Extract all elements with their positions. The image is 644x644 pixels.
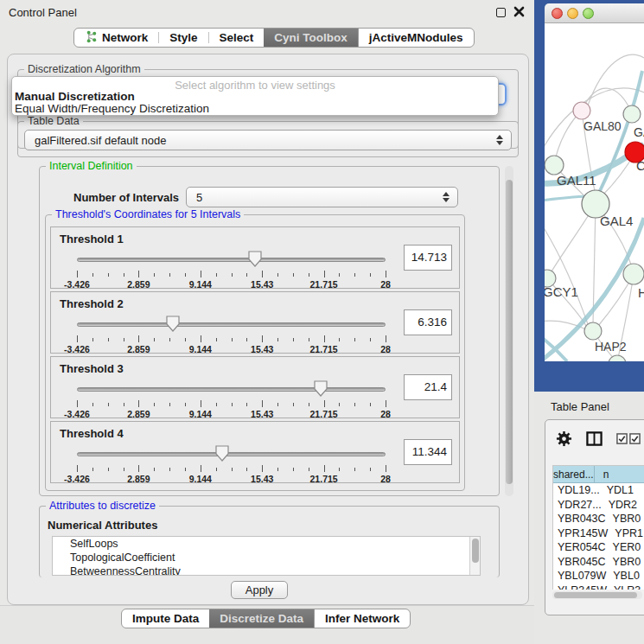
table-row[interactable]: YBR043CYBR0 [553,512,644,526]
attribute-item[interactable]: TopologicalCoefficient [53,551,480,564]
table-cell[interactable]: YLR3 [607,583,644,590]
slider-thumb[interactable] [215,445,229,462]
threshold-4-slider[interactable]: -3.4262.8599.14415.4321.71528 [77,443,386,482]
table-cell[interactable]: YER0 [606,540,644,555]
attributes-label: Attributes to discretize [46,500,159,512]
number-of-intervals-value: 5 [196,191,202,204]
network-window: GAL80GAGAL11CGAL4GCY1HHAP2 [534,0,644,392]
scrollbar-thumb[interactable] [554,592,637,598]
column-header-name[interactable]: n [595,466,644,483]
slider-track[interactable] [77,452,386,456]
table-cell[interactable]: YBR0 [606,555,644,570]
slider-thumb[interactable] [166,316,180,332]
table-cell[interactable]: YBL079W [553,569,606,583]
threshold-2-slider[interactable]: -3.4262.8599.14415.4321.71528 [77,313,386,353]
threshold-3-label: Threshold 3 [60,362,124,375]
slider-track[interactable] [77,322,386,327]
network-node[interactable] [623,105,641,123]
table-cell[interactable]: YBR045C [553,555,606,570]
network-node[interactable] [573,102,590,119]
apply-button[interactable]: Apply [231,581,288,599]
slider-thumb[interactable] [314,380,328,397]
float-window-icon[interactable] [496,8,506,17]
table-horizontal-scrollbar[interactable] [552,591,642,599]
scrollbar-thumb[interactable] [472,539,479,563]
close-traffic-light-icon[interactable] [552,8,563,19]
table-cell[interactable]: YBR0 [606,512,644,526]
table-cell[interactable]: YDR27... [553,498,602,513]
network-window-titlebar[interactable] [545,3,644,23]
table-row[interactable]: YLR345WYLR3 [553,583,644,590]
close-icon[interactable] [513,5,526,18]
threshold-1-slider[interactable]: -3.4262.8599.14415.4321.71528 [77,248,386,288]
dropdown-option-manual-discretization[interactable]: Manual Discretization [15,90,135,103]
gear-icon[interactable] [556,430,572,450]
attribute-item[interactable]: BetweennessCentrality [53,564,480,576]
network-node[interactable] [545,156,564,175]
network-node-label: H [638,285,644,300]
network-canvas[interactable]: GAL80GAGAL11CGAL4GCY1HHAP2 [545,23,644,361]
table-panel-title: Table Panel [551,400,609,413]
network-node[interactable] [584,322,602,340]
slider-thumb[interactable] [248,251,262,267]
tab-network[interactable]: Network [74,29,158,47]
table-cell[interactable]: YBR043C [553,512,606,526]
threshold-1-label: Threshold 1 [60,233,124,245]
algorithm-dropdown-popup: Select algorithm to view settings Manual… [11,76,499,116]
table-cell[interactable]: YER054C [553,540,606,555]
zoom-traffic-light-icon[interactable] [583,8,594,19]
network-node[interactable] [623,264,644,284]
checkbox-icon[interactable] [629,433,641,447]
threshold-2-label: Threshold 2 [60,297,124,310]
tab-style[interactable]: Style [159,29,207,47]
table-cell[interactable]: YPR1 [608,526,644,541]
table-row[interactable]: YDL19...YDL1 [553,483,644,498]
number-of-intervals-combobox[interactable]: 5 [186,187,458,207]
stepper-arrows-icon [496,135,503,145]
table-cell[interactable]: YLR345W [553,583,607,590]
threshold-3-value-field[interactable]: 21.4 [404,374,452,400]
table-cell[interactable]: YDL1 [600,483,644,498]
split-columns-icon[interactable] [586,430,603,450]
slider-track[interactable] [77,387,386,392]
column-header-shared-name[interactable]: shared... [553,466,595,483]
tab-select[interactable]: Select [209,29,265,47]
slider-track[interactable] [77,258,386,262]
checkbox-icon[interactable] [616,433,628,447]
table-row[interactable]: YPR145WYPR1 [553,526,644,541]
table-cell[interactable]: YDR2 [602,498,644,513]
table-row[interactable]: YER054CYER0 [553,540,644,555]
network-node-label: GA [634,125,644,139]
network-node-label: GAL80 [583,119,622,133]
threshold-3-slider[interactable]: -3.4262.8599.14415.4321.71528 [77,378,386,418]
discretization-algorithm-label: Discretization Algorithm [24,63,144,75]
interval-scrollbar[interactable] [505,166,513,496]
interval-definition-label: Interval Definition [46,160,137,172]
tab-discretize-data[interactable]: Discretize Data [209,609,314,628]
tab-jactivemnodules[interactable]: jActiveMNodules [358,29,474,47]
table-row[interactable]: YDR27...YDR2 [553,498,644,513]
table-data-value: galFiltered.sif default node [35,134,166,147]
node-table[interactable]: shared... n YDL19...YDL1YDR27...YDR2YBR0… [552,465,644,590]
numerical-attributes-list[interactable]: SelfLoopsTopologicalCoefficientBetweenne… [52,536,481,576]
attribute-item[interactable]: SelfLoops [53,537,480,551]
threshold-2-value-field[interactable]: 6.316 [404,309,452,335]
tab-impute-data[interactable]: Impute Data [122,609,209,628]
threshold-1-value-field[interactable]: 14.713 [404,245,452,271]
tab-infer-network[interactable]: Infer Network [314,609,410,628]
scrollbar-thumb[interactable] [506,180,513,484]
table-cell[interactable]: YPR145W [553,526,608,541]
table-data-combobox[interactable]: galFiltered.sif default node [24,130,512,150]
table-panel-box: shared... n YDL19...YDL1YDR27...YDR2YBR0… [545,419,644,615]
table-cell[interactable]: YBL0 [606,569,644,583]
threshold-4-value-field[interactable]: 11.344 [404,439,452,465]
minimize-traffic-light-icon[interactable] [567,8,578,19]
thresholds-coordinates-label: Threshold's Coordinates for 5 Intervals [52,208,244,220]
table-cell[interactable]: YDL19... [553,483,600,498]
table-row[interactable]: YBL079WYBL0 [553,569,644,583]
slider-tick-labels: -3.4262.8599.14415.4321.71528 [77,409,386,419]
table-row[interactable]: YBR045CYBR0 [553,555,644,570]
attributes-scrollbar[interactable] [469,537,480,575]
dropdown-option-equal-width-frequency[interactable]: Equal Width/Frequency Discretization [15,102,209,115]
tab-cyni-toolbox[interactable]: Cyni Toolbox [264,29,358,47]
